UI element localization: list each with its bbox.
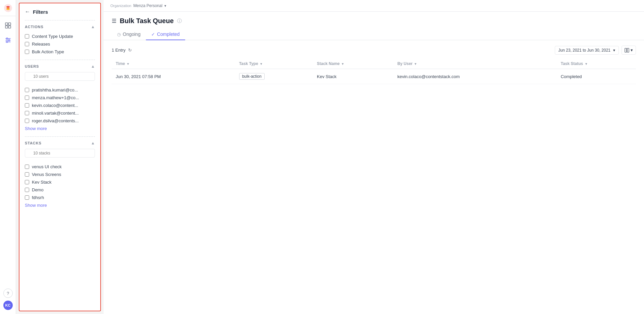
columns-toggle-button[interactable]: ▾ [622, 46, 636, 55]
filter-bulk-action-type[interactable]: Bulk Action Type [25, 48, 95, 56]
ongoing-tab-icon: ◷ [117, 32, 121, 37]
filter-user-2[interactable]: menza.mathew+1@co... [25, 94, 95, 102]
table-area: 1 Entry ↻ Jun 23, 2021 to Jun 30, 2021 ▾… [104, 40, 644, 314]
stack-4-label: Demo [32, 187, 44, 192]
users-search-input[interactable] [25, 72, 95, 81]
user-2-checkbox[interactable] [25, 96, 29, 100]
filter-releases[interactable]: Releases [25, 40, 95, 48]
refresh-icon[interactable]: ↻ [128, 48, 132, 53]
content-type-update-label: Content Type Update [32, 34, 73, 39]
col-by-user[interactable]: By User ▾ [393, 59, 557, 69]
stacks-show-more[interactable]: Show more [25, 201, 95, 209]
tabs-bar: ◷ Ongoing ✓ Completed [104, 25, 644, 40]
users-show-more[interactable]: Show more [25, 125, 95, 132]
filter-user-5[interactable]: roger.dsilva@contents... [25, 117, 95, 125]
col-task-status[interactable]: Task Status ▾ [557, 59, 636, 69]
stacks-section-title: STACKS [25, 141, 42, 145]
svg-rect-4 [8, 26, 11, 28]
filter-stack-5[interactable]: fdhsrh [25, 194, 95, 201]
info-icon[interactable]: ⓘ [177, 18, 182, 24]
user-1-checkbox[interactable] [25, 88, 29, 92]
stack-5-label: fdhsrh [32, 195, 44, 200]
tab-completed[interactable]: ✓ Completed [146, 29, 185, 40]
back-button[interactable]: ← [25, 9, 30, 15]
stack-4-checkbox[interactable] [25, 188, 29, 192]
tab-completed-label: Completed [157, 32, 180, 37]
task-status-sort-icon: ▾ [585, 62, 587, 66]
date-range-selector[interactable]: Jun 23, 2021 to Jun 30, 2021 ▾ [555, 46, 619, 55]
user-5-checkbox[interactable] [25, 119, 29, 123]
stack-3-checkbox[interactable] [25, 180, 29, 184]
releases-label: Releases [32, 42, 50, 47]
date-range-dropdown-icon: ▾ [613, 48, 615, 53]
stacks-search-input[interactable] [25, 149, 95, 158]
entry-count: 1 Entry [112, 48, 125, 53]
svg-rect-1 [5, 23, 8, 25]
svg-rect-2 [8, 23, 11, 25]
org-name: Menza Personal [133, 3, 162, 8]
bulk-action-type-label: Bulk Action Type [32, 49, 64, 54]
user-2-label: menza.mathew+1@co... [32, 95, 79, 100]
svg-point-8 [8, 40, 10, 41]
col-time[interactable]: Time ▾ [112, 59, 235, 69]
filter-user-4[interactable]: minoli.vartak@content... [25, 109, 95, 117]
user-5-label: roger.dsilva@contents... [32, 118, 79, 123]
content-type-update-checkbox[interactable] [25, 34, 29, 39]
stack-2-label: Venus Screens [32, 172, 61, 177]
actions-section: ACTIONS ▲ Content Type Update Releases B… [25, 20, 95, 56]
user-4-label: minoli.vartak@content... [32, 111, 79, 116]
user-3-checkbox[interactable] [25, 103, 29, 108]
cell-stack-name: Kev Stack [313, 69, 393, 84]
filters-title: Filters [33, 9, 48, 15]
filter-stack-3[interactable]: Kev Stack [25, 178, 95, 186]
tab-ongoing[interactable]: ◷ Ongoing [112, 29, 146, 40]
col-stack-name[interactable]: Stack Name ▾ [313, 59, 393, 69]
stacks-collapse-icon[interactable]: ▲ [91, 141, 95, 145]
releases-checkbox[interactable] [25, 42, 29, 46]
help-icon[interactable]: ? [3, 289, 13, 298]
col-task-type[interactable]: Task Type ▾ [235, 59, 313, 69]
completed-tab-icon: ✓ [151, 32, 155, 37]
actions-collapse-icon[interactable]: ▲ [91, 24, 95, 29]
hamburger-icon[interactable]: ☰ [112, 18, 116, 24]
stack-3-label: Kev Stack [32, 180, 52, 185]
stack-1-checkbox[interactable] [25, 165, 29, 169]
data-table: Time ▾ Task Type ▾ Stack Name ▾ By Use [112, 59, 636, 84]
cell-by-user: kevin.colaco@contentstack.com [393, 69, 557, 84]
filter-stack-2[interactable]: Venus Screens [25, 171, 95, 178]
bulk-action-type-checkbox[interactable] [25, 50, 29, 54]
filter-stack-1[interactable]: venus UI check [25, 163, 95, 171]
actions-section-title: ACTIONS [25, 25, 44, 29]
grid-nav-icon[interactable] [1, 19, 15, 32]
users-section-title: USERS [25, 64, 39, 68]
filter-user-3[interactable]: kevin.colaco@content... [25, 102, 95, 109]
cell-task-status: Completed [557, 69, 636, 84]
left-navigation: ? KC [0, 0, 16, 314]
status-completed: Completed [561, 74, 582, 79]
tab-ongoing-label: Ongoing [123, 32, 141, 37]
stack-2-checkbox[interactable] [25, 172, 29, 177]
table-row: Jun 30, 2021 07:58 PM bulk-action Kev St… [112, 69, 636, 84]
user-4-checkbox[interactable] [25, 111, 29, 115]
task-type-sort-icon: ▾ [260, 62, 262, 66]
filter-content-type-update[interactable]: Content Type Update [25, 33, 95, 40]
filter-user-1[interactable]: pratishtha.kumari@co... [25, 86, 95, 94]
stack-name-sort-icon: ▾ [342, 62, 343, 66]
user-1-label: pratishtha.kumari@co... [32, 87, 78, 92]
app-logo[interactable] [0, 0, 16, 16]
user-avatar[interactable]: KC [3, 301, 13, 310]
svg-point-6 [6, 38, 8, 39]
filter-stack-4[interactable]: Demo [25, 186, 95, 194]
by-user-sort-icon: ▾ [415, 62, 416, 66]
org-bar: Organization Menza Personal ▾ [104, 0, 644, 12]
users-collapse-icon[interactable]: ▲ [91, 64, 95, 69]
table-meta: 1 Entry ↻ Jun 23, 2021 to Jun 30, 2021 ▾… [112, 46, 636, 55]
org-label: Organization [110, 4, 131, 8]
settings-nav-icon[interactable] [1, 34, 15, 47]
svg-point-10 [6, 41, 8, 43]
date-range-text: Jun 23, 2021 to Jun 30, 2021 [558, 48, 610, 53]
org-dropdown-icon[interactable]: ▾ [164, 4, 166, 8]
user-3-label: kevin.colaco@content... [32, 103, 78, 108]
svg-rect-12 [627, 48, 629, 52]
stack-5-checkbox[interactable] [25, 195, 29, 200]
